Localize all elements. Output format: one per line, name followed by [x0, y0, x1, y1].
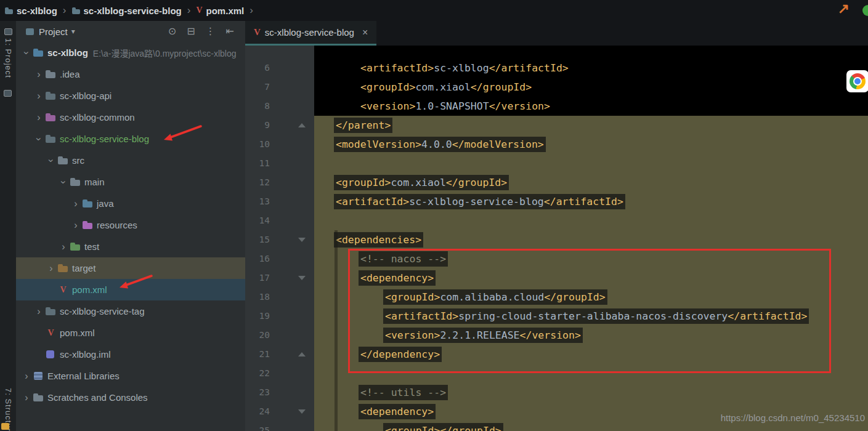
tree-row-main[interactable]: ›main — [16, 171, 245, 193]
fold-marker-down-icon[interactable] — [298, 238, 306, 242]
chevron-right-icon[interactable]: › — [33, 91, 44, 102]
iml-icon — [46, 350, 56, 359]
tree-row-scratches-and-consoles[interactable]: ›Scratches and Consoles — [16, 387, 245, 408]
code-line-6[interactable]: 6<artifactId>sc-xlblog</artifactId> — [245, 58, 868, 78]
tree-row-sc-xlblog-common[interactable]: ›sc-xlblog-common — [16, 107, 245, 128]
token-tag: </dependency> — [360, 348, 440, 360]
code-text: <artifactId>sc-xlblog-service-blog</arti… — [314, 192, 868, 211]
token-comment: <!-- utils --> — [360, 387, 446, 398]
code-line-11[interactable]: 11 — [245, 154, 868, 173]
commander-icon[interactable] — [4, 90, 12, 97]
breadcrumb-bar: sc-xlblog›sc-xlblog-service-blog›Vpom.xm… — [0, 0, 868, 21]
fold-marker-down-icon[interactable] — [298, 409, 306, 414]
tree-row-sc-xlblog-service-tag[interactable]: ›sc-xlblog-service-tag — [16, 300, 245, 322]
gutter: 17 — [245, 268, 314, 288]
breadcrumb-item-pom-xml[interactable]: Vpom.xml — [196, 6, 244, 16]
token-tag: <groupId> — [385, 425, 440, 431]
gutter: 8 — [245, 97, 314, 116]
code-line-16[interactable]: 16<!-- nacos --> — [245, 249, 868, 268]
line-number: 25 — [245, 421, 270, 431]
code-line-22[interactable]: 22 — [245, 364, 868, 383]
chevron-right-icon[interactable]: › — [33, 69, 44, 80]
tree-row-sc-xlblog-iml[interactable]: sc-xlblog.iml — [16, 344, 245, 365]
code-line-18[interactable]: 18<groupId>com.alibaba.cloud</groupId> — [245, 288, 868, 307]
more-options-icon[interactable]: ⋮ — [206, 21, 216, 42]
editor-body[interactable]: 6<artifactId>sc-xlblog</artifactId>7<gro… — [245, 46, 868, 431]
tree-row-java[interactable]: ›java — [16, 193, 245, 214]
code-token-group: <groupId></groupId> — [383, 423, 503, 431]
tree-row-src[interactable]: ›src — [16, 150, 245, 171]
code-line-21[interactable]: 21</dependency> — [245, 345, 868, 364]
code-text: <!-- nacos --> — [314, 249, 868, 268]
chevron-right-icon[interactable]: › — [58, 241, 69, 252]
tree-label: sc-xlblog — [47, 47, 88, 58]
token-comment: <!-- nacos --> — [360, 253, 446, 265]
token-tag: <dependencies> — [336, 234, 421, 246]
fold-marker-up-icon[interactable] — [298, 123, 306, 127]
code-line-8[interactable]: 8<version>1.0-SNAPSHOT</version> — [245, 97, 868, 116]
tree-row-sc-xlblog-service-blog[interactable]: ›sc-xlblog-service-blog — [16, 128, 245, 150]
breadcrumb-item-sc-xlblog[interactable]: sc-xlblog — [5, 6, 57, 16]
token-tag: </artifactId> — [489, 62, 569, 74]
tree-row-sc-xlblog-api[interactable]: ›sc-xlblog-api — [16, 85, 245, 107]
tree-row-test[interactable]: ›test — [16, 236, 245, 257]
code-line-12[interactable]: 12<groupId>com.xiaol</groupId> — [245, 173, 868, 192]
code-line-9[interactable]: 9</parent> — [245, 116, 868, 135]
tab-label: sc-xlblog-service-blog — [265, 27, 354, 38]
tree-label: main — [84, 177, 105, 187]
chevron-right-icon[interactable]: › — [21, 392, 32, 403]
tree-row-sc-xlblog[interactable]: ›sc-xlblogE:\a-漫漫java路\0.myproject\sc-xl… — [16, 42, 245, 63]
chevron-down-icon[interactable]: › — [21, 47, 32, 58]
tree-row--idea[interactable]: ›.idea — [16, 63, 245, 85]
tree-row-target[interactable]: ›target — [16, 257, 245, 279]
code-line-23[interactable]: 23<!-- utils --> — [245, 383, 868, 402]
tree-row-resources[interactable]: ›resources — [16, 214, 245, 236]
line-number: 13 — [245, 192, 270, 211]
tree-row-pom-xml[interactable]: Vpom.xml — [16, 322, 245, 344]
tree-row-pom-xml[interactable]: Vpom.xml — [16, 279, 245, 300]
code-line-17[interactable]: 17<dependency> — [245, 268, 868, 288]
close-tab-icon[interactable]: × — [362, 27, 368, 38]
upload-arrow-icon[interactable]: ↗ — [838, 1, 850, 17]
gutter: 20 — [245, 326, 314, 345]
code-token-group: <artifactId>sc-xlblog</artifactId> — [359, 60, 570, 76]
token-tag: </groupId> — [544, 291, 605, 303]
watermark-url: https://blog.csdn.net/m0_45234510 — [721, 413, 865, 423]
hide-panel-icon[interactable]: ⇤ — [226, 21, 234, 42]
chevron-right-icon[interactable]: › — [21, 371, 32, 382]
tree-row-external-libraries[interactable]: ›External Libraries — [16, 365, 245, 387]
chevron-right-icon[interactable]: › — [70, 198, 81, 209]
code-line-14[interactable]: 14 — [245, 211, 868, 230]
project-title: Project — [39, 26, 68, 37]
tab-pom-xml[interactable]: V sc-xlblog-service-blog × — [245, 21, 376, 46]
chevron-right-icon[interactable]: › — [46, 263, 57, 274]
chevron-right-icon[interactable]: › — [70, 220, 81, 231]
fold-marker-down-icon[interactable] — [298, 276, 306, 280]
breadcrumb-item-sc-xlblog-service-blog[interactable]: sc-xlblog-service-blog — [72, 6, 182, 16]
project-panel-icon — [26, 28, 34, 35]
locate-icon[interactable]: ⊙ — [168, 21, 176, 42]
collapse-all-icon[interactable]: ⊟ — [187, 21, 195, 42]
code-line-15[interactable]: 15<dependencies> — [245, 230, 868, 249]
chrome-icon[interactable] — [846, 70, 868, 92]
code-line-19[interactable]: 19<artifactId>spring-cloud-starter-aliba… — [245, 307, 868, 326]
chevron-down-icon[interactable]: › — [33, 134, 44, 145]
gutter: 7 — [245, 78, 314, 97]
chevron-down-icon[interactable]: › — [46, 155, 57, 166]
fold-marker-up-icon[interactable] — [298, 352, 306, 356]
code-line-20[interactable]: 20<version>2.2.1.RELEASE</version> — [245, 326, 868, 345]
code-token-group: <!-- nacos --> — [359, 251, 448, 267]
chevron-right-icon[interactable]: › — [33, 306, 44, 317]
code-text: <modelVersion>4.0.0</modelVersion> — [314, 135, 868, 154]
chevron-right-icon[interactable]: › — [33, 112, 44, 123]
project-dropdown[interactable]: Project ▾ — [39, 26, 75, 37]
token-text: 4.0.0 — [421, 139, 452, 150]
tree-label: resources — [97, 220, 137, 230]
project-toolwindow-button[interactable]: 1: Project — [0, 28, 16, 78]
code-line-13[interactable]: 13<artifactId>sc-xlblog-service-blog</ar… — [245, 192, 868, 211]
token-tag: </modelVersion> — [452, 139, 544, 150]
code-line-7[interactable]: 7<groupId>com.xiaol</groupId> — [245, 78, 868, 97]
code-line-10[interactable]: 10<modelVersion>4.0.0</modelVersion> — [245, 135, 868, 154]
token-tag: <groupId> — [385, 291, 440, 303]
chevron-down-icon[interactable]: › — [58, 177, 69, 188]
